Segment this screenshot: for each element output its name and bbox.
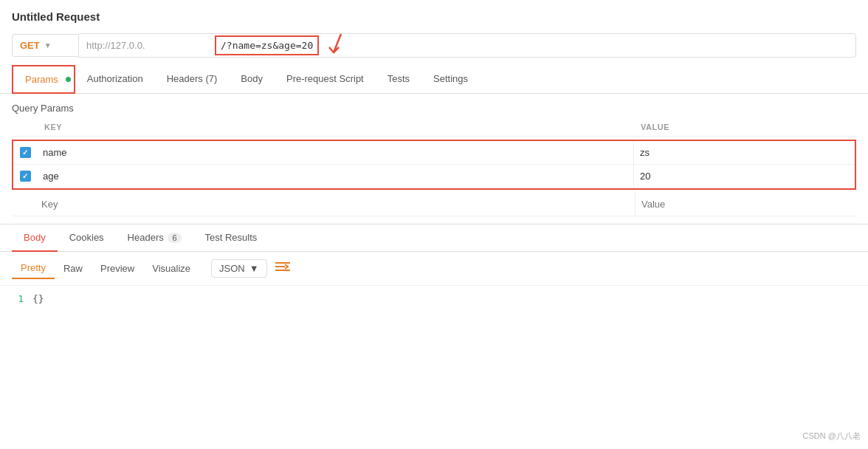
app-container: Untitled Request GET ▼ /?name=zs&age=20 … [0, 0, 868, 449]
table-row: ✓ [13, 165, 855, 188]
tab-body[interactable]: Body [229, 66, 275, 93]
row1-checkbox-wrapper: ✓ [13, 141, 37, 164]
th-value: VALUE [635, 123, 856, 131]
resp-tab-test-results[interactable]: Test Results [193, 224, 269, 252]
line-number-1: 1 [12, 293, 24, 304]
row2-checkbox-wrapper: ✓ [13, 165, 37, 188]
method-select[interactable]: GET ▼ [12, 34, 78, 57]
tab-pre-request[interactable]: Pre-request Script [275, 66, 376, 93]
tab-settings[interactable]: Settings [421, 66, 480, 93]
placeholder-value-input[interactable] [635, 193, 856, 216]
line-code-1: {} [32, 293, 44, 304]
params-dot [66, 77, 71, 82]
placeholder-checkbox-area [12, 193, 35, 216]
query-params-label: Query Params [0, 94, 868, 118]
tab-tests[interactable]: Tests [376, 66, 421, 93]
code-area: 1 {} [0, 286, 868, 312]
tab-headers[interactable]: Headers (7) [155, 66, 230, 93]
json-format-label: JSON [219, 263, 245, 274]
method-chevron: ▼ [44, 41, 52, 49]
wrap-icon[interactable] [275, 260, 291, 277]
resp-tab-cookies[interactable]: Cookies [58, 224, 116, 252]
response-tabs: Body Cookies Headers 6 Test Results [0, 224, 868, 252]
table-header: KEY VALUE [12, 118, 856, 137]
placeholder-key-input[interactable] [35, 193, 635, 216]
row1-checkmark: ✓ [22, 148, 28, 157]
format-raw[interactable]: Raw [55, 258, 92, 278]
request-title: Untitled Request [0, 0, 868, 29]
method-label: GET [20, 40, 40, 51]
params-rows-wrapper: ✓ ✓ [12, 140, 856, 190]
format-preview[interactable]: Preview [92, 258, 143, 278]
watermark: CSDN @八八老 [803, 431, 861, 442]
format-pretty[interactable]: Pretty [12, 258, 55, 279]
row2-checkbox[interactable]: ✓ [20, 171, 31, 182]
response-section: Body Cookies Headers 6 Test Results Pret… [0, 224, 868, 312]
url-base-input[interactable] [79, 34, 215, 57]
tab-authorization[interactable]: Authorization [75, 66, 155, 93]
format-visualize[interactable]: Visualize [143, 258, 199, 278]
resp-tab-body[interactable]: Body [12, 224, 58, 252]
url-bar: GET ▼ /?name=zs&age=20 [0, 29, 868, 65]
code-line-1: 1 {} [12, 293, 856, 304]
url-input-wrapper: /?name=zs&age=20 [78, 33, 856, 58]
json-format-chevron: ▼ [249, 263, 259, 274]
row2-checkmark: ✓ [22, 172, 28, 180]
row2-value-input[interactable] [633, 165, 855, 188]
json-format-select[interactable]: JSON ▼ [211, 259, 267, 278]
url-params-highlight[interactable]: /?name=zs&age=20 [215, 35, 319, 55]
resp-body-toolbar: Pretty Raw Preview Visualize JSON ▼ [0, 252, 868, 286]
row1-key-input[interactable] [37, 141, 633, 164]
tabs-bar: Params Authorization Headers (7) Body Pr… [0, 65, 868, 94]
row2-key-input[interactable] [37, 165, 633, 188]
th-key: KEY [38, 123, 635, 131]
resp-tab-headers[interactable]: Headers 6 [116, 224, 193, 252]
th-checkbox [12, 123, 38, 131]
headers-badge: 6 [168, 233, 181, 243]
row1-checkbox[interactable]: ✓ [20, 147, 31, 158]
placeholder-row [12, 193, 856, 216]
table-row: ✓ [13, 141, 855, 165]
row1-value-input[interactable] [633, 141, 855, 164]
tab-params[interactable]: Params [12, 65, 75, 94]
tab-params-label: Params [15, 74, 69, 85]
